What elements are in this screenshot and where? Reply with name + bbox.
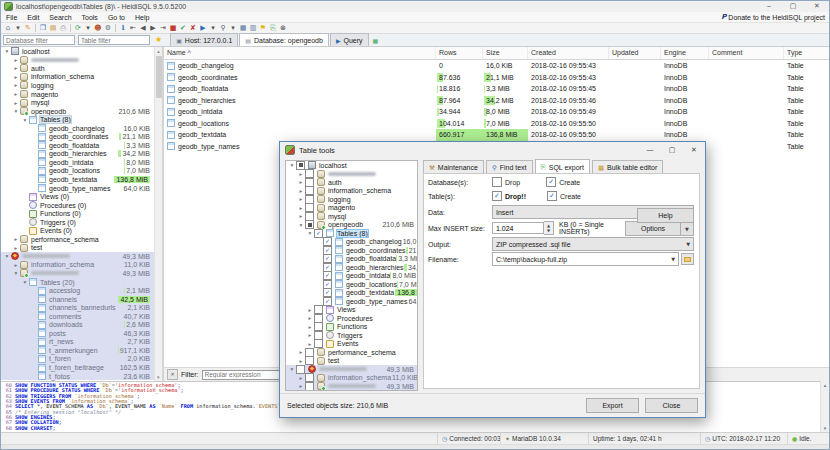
tree-item-t-fotos[interactable]: t_fotos23,6 KiB [1, 372, 162, 381]
tree-item-geodb-type-names[interactable]: ✓geodb_type_names64,0 KiB [286, 297, 417, 306]
tree-item-rt-news[interactable]: rt_news2,7 KiB [1, 338, 162, 347]
tree-item-posts[interactable]: posts46,3 KiB [1, 329, 162, 338]
tree-item-geodb-intdata[interactable]: ✓geodb_intdata8,0 MiB [286, 272, 417, 281]
tree-item[interactable]: ▾49,3 MiB [1, 269, 162, 278]
expander-icon[interactable]: ▾ [12, 270, 20, 276]
tree-item-tables-8-[interactable]: ▾✓Tables (8) [286, 229, 417, 238]
filename-combo[interactable]: C:\temp\backup-full.zip ▼ [492, 252, 679, 266]
tree-checkbox[interactable] [305, 356, 314, 365]
tree-item-logging[interactable]: ▸logging [1, 81, 162, 90]
tree-item-functions-0-[interactable]: Functions (0) [1, 209, 162, 218]
expander-icon[interactable]: ▾ [3, 253, 11, 259]
dialog-close-action-button[interactable]: Close [645, 398, 698, 413]
dialog-tab-sql-export[interactable]: ⎘SQL export [535, 159, 590, 174]
expander-icon[interactable]: ▾ [297, 222, 305, 228]
table-row-geodb_changelog[interactable]: geodb_changelog016,0 KiB2018-02-16 09:55… [164, 60, 830, 72]
expander-icon[interactable]: ▸ [297, 171, 305, 177]
toolbar-copy-icon[interactable]: ❐ [38, 23, 48, 33]
toolbar-cancel-operation-icon[interactable]: ⊗ [278, 23, 288, 33]
tree-item-geodb-floatdata[interactable]: ✓geodb_floatdata3,3 MiB [286, 255, 417, 264]
expander-icon[interactable]: ▾ [3, 48, 11, 54]
tree-item-localhost[interactable]: ▾localhost [1, 47, 162, 56]
tree-item-information-schema[interactable]: ▸information_schema11,0 KiB [286, 374, 417, 383]
table-row-geodb_locations[interactable]: geodb_locations104.0147,0 MiB2018-02-16 … [164, 118, 830, 130]
tree-item-geodb-type-names[interactable]: geodb_type_names64,0 KiB [1, 184, 162, 193]
expander-icon[interactable]: ▸ [297, 349, 305, 355]
expander-icon[interactable]: ▸ [297, 196, 305, 202]
toolbar-stop-icon[interactable]: ■ [168, 23, 178, 33]
tree-item-geodb-changelog[interactable]: ✓geodb_changelog16,0 KiB [286, 238, 417, 247]
expander-icon[interactable]: ▸ [12, 245, 20, 251]
tree-item-opengeodb[interactable]: ▾opengeodb210,6 MiB [1, 107, 162, 116]
expander-icon[interactable]: ▸ [297, 213, 305, 219]
column-header-comment[interactable]: Comment [709, 47, 784, 59]
tree-item-views[interactable]: ▸Views [286, 306, 417, 315]
spinner-stepper[interactable]: ▲▼ [544, 221, 554, 235]
tree-checkbox[interactable] [305, 220, 314, 229]
toolbar-goto-next-icon[interactable]: ▶ [148, 23, 158, 33]
toolbar-discard-icon[interactable]: ✘ [188, 23, 198, 33]
column-header-created[interactable]: Created [528, 47, 609, 59]
tree-item-tables-8-[interactable]: ▾Tables (8) [1, 115, 162, 124]
expander-icon[interactable]: ▸ [297, 383, 305, 389]
expander-icon[interactable]: ▾ [306, 230, 314, 236]
expander-icon[interactable]: ▸ [12, 236, 20, 242]
toolbar-grid-view-icon[interactable]: ▦ [238, 23, 248, 33]
toolbar-preferences-icon[interactable]: ⚙ [103, 23, 113, 33]
toolbar-goto-first-icon[interactable]: ⇤ [128, 23, 138, 33]
grid-header[interactable]: Name ^RowsSizeCreatedUpdatedEngineCommen… [164, 47, 830, 60]
table-row-geodb_hierarchies[interactable]: geodb_hierarchies87.96434,2 MiB2018-02-1… [164, 95, 830, 107]
tree-item-procedures[interactable]: ▸Procedures [286, 314, 417, 323]
tree-item-information-schema[interactable]: ▸information_schema [286, 187, 417, 196]
tree-item-triggers-0-[interactable]: Triggers (0) [1, 218, 162, 227]
table-row-geodb_intdata[interactable]: geodb_intdata34.9448,0 MiB2018-02-16 09:… [164, 106, 830, 118]
tree-item-test[interactable]: ▸test [286, 357, 417, 366]
tree-item-t-anmerkungen[interactable]: t_anmerkungen917,1 KiB [1, 346, 162, 355]
tree-item-t-foren[interactable]: t_foren2,0 KiB [1, 355, 162, 364]
toolbar-paste-icon[interactable]: ▤ [48, 23, 58, 33]
menu-help[interactable]: Help [130, 12, 154, 23]
tree-item-geodb-changelog[interactable]: geodb_changelog16,0 KiB [1, 124, 162, 133]
log-scrollbar[interactable]: ▴ ▾ [820, 381, 829, 432]
expander-icon[interactable]: ▸ [12, 82, 20, 88]
column-header-name[interactable]: Name ^ [164, 47, 436, 59]
maximize-button[interactable]: ▢ [781, 1, 805, 12]
tree-item-comments[interactable]: comments40,7 KiB [1, 312, 162, 321]
tree-item-procedures-0-[interactable]: Procedures (0) [1, 201, 162, 210]
tree-item-performance-schema[interactable]: ▸performance_schema [286, 348, 417, 357]
toolbar-refresh-icon[interactable]: ⟳ [73, 23, 83, 33]
toolbar-goto-prev-icon[interactable]: ◀ [138, 23, 148, 33]
favorites-star-icon[interactable]: ★ [155, 34, 162, 46]
tree-item-geodb-intdata[interactable]: geodb_intdata8,0 MiB [1, 158, 162, 167]
expander-icon[interactable]: ▸ [297, 358, 305, 364]
tree-item[interactable]: ▸49,3 MiB [286, 382, 417, 391]
tree-item[interactable]: ▾49,3 MiB [1, 252, 162, 261]
column-header-type[interactable]: Type [784, 47, 830, 59]
tree-item-tables-20-[interactable]: ▾Tables (20) [1, 278, 162, 287]
database-filter-input[interactable] [3, 35, 75, 45]
create-databases-checkbox[interactable]: ✓ [546, 177, 556, 187]
tab-host[interactable]: ▣Host: 127.0.0.1 [170, 33, 238, 46]
donate-link[interactable]: P Donate to the HeidiSQL project [721, 13, 825, 21]
tree-item-magento[interactable]: ▸magento [1, 90, 162, 99]
toolbar-user-manager-icon[interactable]: ☻ [93, 23, 103, 33]
column-header-engine[interactable]: Engine [661, 47, 709, 59]
expander-icon[interactable]: ▸ [12, 91, 20, 97]
tree-item-auth[interactable]: ▸auth [286, 178, 417, 187]
tree-checkbox[interactable] [305, 382, 314, 391]
expander-icon[interactable]: ▾ [21, 117, 29, 123]
table-filter-input[interactable] [78, 35, 150, 45]
tree-item-opengeodb[interactable]: ▾opengeodb210,6 MiB [286, 221, 417, 230]
toolbar-execute-sql-icon[interactable]: ▶ [198, 23, 208, 33]
dialog-tab-maintenance[interactable]: ⚒Maintenance [423, 160, 484, 174]
tree-item-geodb-hierarchies[interactable]: geodb_hierarchies34,2 MiB [1, 150, 162, 159]
tree-item-accesslog[interactable]: accesslog2,1 MiB [1, 286, 162, 295]
toolbar-goto-last-icon[interactable]: ⇥ [158, 23, 168, 33]
tree-item-triggers[interactable]: ▸Triggers [286, 331, 417, 340]
tree-item-geodb-locations[interactable]: ✓geodb_locations7,0 MiB [286, 280, 417, 289]
expander-icon[interactable]: ▸ [306, 332, 314, 338]
expander-icon[interactable]: ▸ [12, 100, 20, 106]
tree-item-performance-schema[interactable]: ▸performance_schema [1, 235, 162, 244]
expander-icon[interactable]: ▸ [12, 65, 20, 71]
tree-item-functions[interactable]: ▸Functions [286, 323, 417, 332]
